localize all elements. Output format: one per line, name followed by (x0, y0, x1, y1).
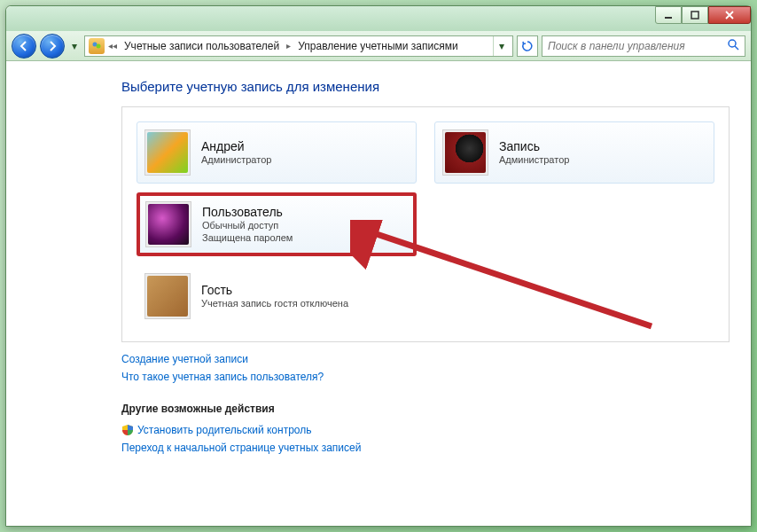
link-what-is-account[interactable]: Что такое учетная запись пользователя? (121, 371, 730, 383)
search-icon (727, 38, 739, 53)
navigation-bar: ▾ ◂◂ Учетные записи пользователей ▸ Упра… (6, 31, 751, 61)
accounts-list: Андрей Администратор Запись Администрато… (121, 106, 730, 342)
other-actions-group: Установить родительский контроль Переход… (121, 424, 730, 454)
breadcrumb-dropdown[interactable]: ▾ (493, 36, 509, 56)
content-area: Выберите учетную запись для изменения Ан… (6, 61, 751, 526)
back-button[interactable] (12, 34, 36, 59)
account-name: Запись (499, 139, 569, 153)
other-actions-heading: Другие возможные действия (121, 403, 730, 415)
account-item-andrey[interactable]: Андрей Администратор (137, 121, 417, 184)
search-input[interactable] (548, 40, 727, 52)
account-role: Обычный доступ (202, 219, 293, 231)
account-extra: Защищена паролем (202, 231, 293, 244)
avatar (442, 129, 488, 176)
account-item-polzovatel[interactable]: Пользователь Обычный доступ Защищена пар… (137, 192, 417, 256)
search-box[interactable] (542, 35, 745, 57)
chevron-right-icon: ▸ (285, 41, 293, 51)
account-item-zapis[interactable]: Запись Администратор (434, 121, 714, 184)
link-create-account[interactable]: Создание учетной записи (121, 353, 730, 365)
refresh-button[interactable] (517, 35, 538, 57)
page-title: Выберите учетную запись для изменения (121, 79, 730, 94)
user-accounts-icon (89, 38, 105, 54)
avatar (144, 273, 191, 319)
maximize-button[interactable] (682, 6, 708, 24)
chevron-left-icon: ◂◂ (106, 41, 119, 51)
account-item-guest[interactable]: Гость Учетная запись гостя отключена (137, 265, 714, 327)
svg-point-3 (97, 43, 101, 48)
link-label: Установить родительский контроль (137, 424, 312, 436)
link-accounts-home[interactable]: Переход к начальной странице учетных зап… (121, 442, 730, 454)
links-group: Создание учетной записи Что такое учетна… (121, 353, 730, 383)
control-panel-window: ▾ ◂◂ Учетные записи пользователей ▸ Упра… (5, 5, 752, 527)
history-dropdown[interactable]: ▾ (68, 37, 81, 55)
account-name: Гость (201, 283, 348, 297)
account-role: Учетная запись гостя отключена (201, 297, 348, 309)
avatar (145, 201, 191, 247)
account-role: Администратор (499, 153, 569, 166)
svg-line-5 (735, 46, 738, 50)
svg-rect-0 (665, 17, 672, 19)
account-name: Андрей (201, 139, 271, 153)
shield-icon (121, 424, 134, 436)
breadcrumb-item-1[interactable]: Учетные записи пользователей (121, 40, 283, 52)
link-parental-control[interactable]: Установить родительский контроль (121, 424, 730, 436)
avatar (144, 129, 191, 176)
account-name: Пользователь (202, 205, 293, 219)
minimize-button[interactable] (655, 6, 682, 24)
breadcrumb-item-2[interactable]: Управление учетными записями (294, 40, 461, 52)
close-button[interactable] (708, 6, 751, 24)
svg-point-4 (729, 40, 736, 47)
forward-button[interactable] (40, 34, 65, 59)
svg-rect-1 (691, 12, 698, 19)
titlebar (6, 6, 751, 31)
account-role: Администратор (201, 153, 271, 166)
breadcrumb[interactable]: ◂◂ Учетные записи пользователей ▸ Управл… (84, 35, 513, 57)
